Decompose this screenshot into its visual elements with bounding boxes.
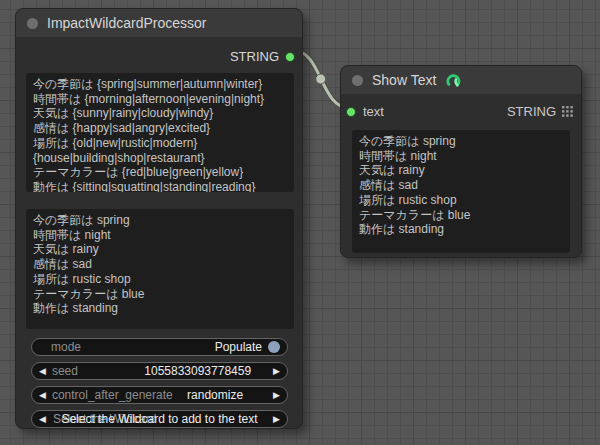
decrement-arrow-icon[interactable]: ◀ (39, 367, 46, 376)
populated-text-textarea[interactable]: 今の季節は spring 時間帯は night 天気は rainy 感情は sa… (26, 209, 294, 329)
wildcard-select-widget[interactable]: ◀ Select the Wildcard Select the Wildcar… (31, 410, 288, 428)
node-title-label: ImpactWildcardProcessor (47, 15, 207, 31)
input-slot-dot[interactable] (346, 107, 356, 117)
pysssss-badge-icon (445, 72, 462, 89)
control-after-generate-value: randomize (187, 388, 243, 402)
seed-widget-value: 1055833093778459 (144, 364, 251, 378)
mode-widget[interactable]: mode Populate (31, 338, 288, 356)
link-midpoint-dot[interactable] (316, 74, 326, 84)
node-impact-wildcard-processor[interactable]: ImpactWildcardProcessor STRING 今の季節は {sp… (15, 8, 303, 429)
collapse-dot-icon[interactable] (352, 75, 363, 86)
node-show-text[interactable]: Show Text text STRING 今の季節は spring 時間帯は … (340, 65, 582, 258)
output-slot-label: STRING (230, 49, 279, 64)
control-after-generate-widget[interactable]: ◀ control_after_generate randomize ▶ (31, 386, 288, 404)
seed-widget[interactable]: ◀ seed 1055833093778459 ▶ (31, 362, 288, 380)
output-slot-dot[interactable] (285, 52, 295, 62)
seed-widget-label: seed (52, 364, 78, 378)
collapse-dot-icon[interactable] (27, 18, 38, 29)
increment-arrow-icon[interactable]: ▶ (273, 367, 280, 376)
mode-widget-label: mode (51, 340, 81, 354)
next-arrow-icon[interactable]: ▶ (273, 415, 280, 424)
mode-toggle-icon[interactable] (268, 341, 280, 353)
node-title-bar[interactable]: ImpactWildcardProcessor (16, 9, 302, 37)
node-title-bar[interactable]: Show Text (341, 66, 581, 94)
control-after-generate-label: control_after_generate (52, 388, 173, 402)
wildcard-select-combo[interactable]: Select the Wildcard Select the Wildcard … (52, 411, 267, 427)
input-slot-label: text (363, 104, 384, 119)
next-arrow-icon[interactable]: ▶ (273, 391, 280, 400)
node-canvas[interactable]: { "canvas": { "bg": "#565656", "grid_min… (0, 0, 600, 445)
grid-dots-icon (562, 106, 573, 117)
mode-widget-value: Populate (215, 340, 262, 354)
prev-arrow-icon[interactable]: ◀ (39, 391, 46, 400)
node-title-label: Show Text (372, 72, 436, 88)
show-text-output-textarea[interactable]: 今の季節は spring 時間帯は night 天気は rainy 感情は sa… (352, 130, 570, 253)
output-slot-label: STRING (507, 104, 556, 119)
wildcard-select-value: Select the Wildcard to add to the text (52, 412, 267, 426)
wildcard-text-textarea[interactable]: 今の季節は {spring|summer|autumn|winter} 時間帯は… (26, 73, 294, 192)
prev-arrow-icon[interactable]: ◀ (39, 415, 46, 424)
